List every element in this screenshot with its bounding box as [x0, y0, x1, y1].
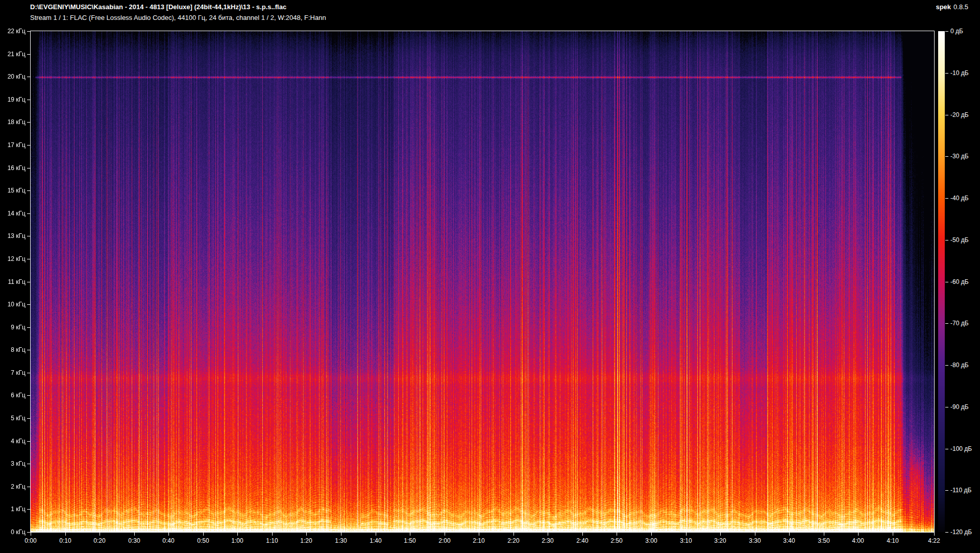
app-name: spek	[936, 3, 951, 11]
legend-tick	[945, 198, 948, 199]
y-tick	[27, 304, 30, 305]
x-tick	[617, 533, 617, 536]
y-tick-label: 22 кГц	[0, 27, 26, 35]
x-tick	[513, 533, 514, 536]
x-tick-label: 1:50	[396, 537, 424, 545]
y-tick	[27, 168, 30, 169]
x-tick	[755, 533, 755, 536]
x-tick	[306, 533, 307, 536]
y-tick-label: 9 кГц	[0, 323, 26, 331]
x-tick-label: 0:50	[189, 537, 217, 545]
x-tick-label: 2:40	[568, 537, 597, 545]
y-tick	[27, 145, 30, 146]
y-tick-label: 3 кГц	[0, 460, 26, 468]
x-tick-label: 0:40	[154, 537, 183, 545]
y-tick	[27, 464, 30, 464]
y-tick	[27, 327, 30, 328]
x-tick-label: 0:30	[120, 537, 149, 545]
y-tick	[27, 441, 30, 442]
x-tick	[203, 533, 204, 536]
legend-tick-label: -100 дБ	[950, 445, 972, 453]
x-tick-label: 4:10	[878, 537, 907, 545]
y-tick-label: 15 кГц	[0, 186, 26, 195]
y-tick-label: 10 кГц	[0, 300, 26, 308]
legend-gradient-bar	[938, 31, 945, 532]
legend-tick-label: -90 дБ	[950, 403, 969, 411]
spectrogram-frame	[30, 31, 935, 533]
x-tick-label: 4:22	[920, 537, 948, 545]
y-tick-label: 2 кГц	[0, 483, 26, 491]
legend-tick-label: 0 дБ	[950, 27, 963, 35]
y-tick	[27, 236, 30, 236]
x-tick	[237, 533, 238, 536]
x-tick-label: 2:10	[464, 537, 493, 545]
legend-tick	[945, 365, 948, 366]
y-tick-label: 1 кГц	[0, 505, 26, 513]
file-path-title: D:\EVGENIY\MUSIC\Kasabian - 2014 - 4813 …	[30, 3, 286, 11]
legend-tick	[945, 532, 948, 533]
x-tick-label: 3:00	[637, 537, 666, 545]
legend-tick	[945, 407, 948, 407]
legend-tick	[945, 490, 948, 491]
y-tick	[27, 373, 30, 373]
legend-tick-label: -120 дБ	[950, 528, 972, 536]
x-tick	[858, 533, 859, 536]
legend-tick-label: -50 дБ	[950, 236, 969, 244]
legend-tick-label: -60 дБ	[950, 278, 969, 286]
x-tick-label: 0:00	[16, 537, 45, 545]
legend-tick	[945, 115, 948, 115]
y-tick-label: 14 кГц	[0, 209, 26, 218]
y-tick-label: 16 кГц	[0, 164, 26, 172]
x-tick-label: 1:40	[361, 537, 390, 545]
legend-tick-label: -70 дБ	[950, 319, 969, 327]
x-tick	[100, 533, 100, 536]
x-tick-label: 0:20	[85, 537, 114, 545]
y-tick-label: 18 кГц	[0, 118, 26, 126]
legend-tick-label: -40 дБ	[950, 194, 969, 202]
legend-tick	[945, 282, 948, 282]
x-tick	[824, 533, 824, 536]
x-tick	[31, 533, 31, 536]
y-tick	[27, 350, 30, 350]
x-tick-label: 1:20	[292, 537, 321, 545]
legend-tick	[945, 240, 948, 241]
x-tick-label: 3:30	[741, 537, 769, 545]
y-tick	[27, 532, 30, 533]
legend-tick-label: -20 дБ	[950, 111, 969, 119]
app-brand: spek0.8.5	[936, 3, 968, 11]
x-tick	[893, 533, 893, 536]
x-tick-label: 3:50	[810, 537, 838, 545]
y-tick-label: 4 кГц	[0, 437, 26, 445]
legend-tick	[945, 323, 948, 324]
x-tick	[341, 533, 341, 536]
y-tick-label: 0 кГц	[0, 528, 26, 536]
y-tick	[27, 282, 30, 282]
x-tick	[134, 533, 135, 536]
x-tick	[376, 533, 376, 536]
x-tick-label: 1:30	[327, 537, 355, 545]
x-tick-label: 2:30	[533, 537, 562, 545]
legend-tick	[945, 73, 948, 74]
x-tick-label: 0:10	[51, 537, 80, 545]
x-tick	[720, 533, 721, 536]
x-tick	[479, 533, 479, 536]
y-tick	[27, 100, 30, 100]
y-tick	[27, 259, 30, 259]
x-tick	[445, 533, 445, 536]
y-tick	[27, 487, 30, 487]
y-tick-label: 6 кГц	[0, 391, 26, 399]
y-tick-label: 5 кГц	[0, 414, 26, 422]
y-tick-label: 13 кГц	[0, 232, 26, 240]
x-tick	[686, 533, 687, 536]
y-tick	[27, 418, 30, 419]
y-tick	[27, 509, 30, 510]
x-tick	[548, 533, 548, 536]
x-tick-label: 4:00	[844, 537, 872, 545]
y-tick-label: 20 кГц	[0, 73, 26, 81]
legend-tick-label: -110 дБ	[950, 486, 971, 494]
legend-tick-label: -10 дБ	[950, 69, 969, 77]
y-tick-label: 8 кГц	[0, 346, 26, 354]
x-tick-label: 2:20	[499, 537, 528, 545]
legend-tick	[945, 449, 948, 449]
y-tick-label: 12 кГц	[0, 255, 26, 263]
